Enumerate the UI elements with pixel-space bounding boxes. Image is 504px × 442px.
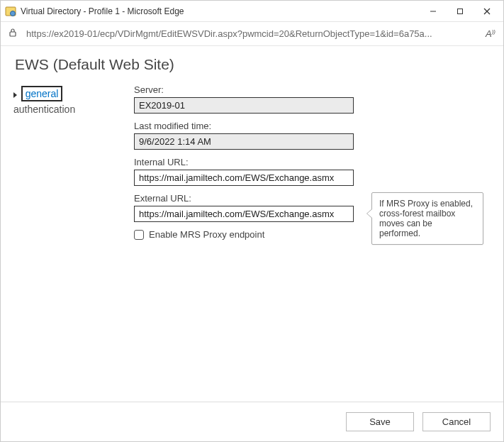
- nav-item-general-row: general: [13, 86, 134, 101]
- close-button[interactable]: [474, 1, 500, 21]
- form-area: Server: EX2019-01 Last modified time: 9/…: [134, 84, 491, 394]
- modified-label: Last modified time:: [134, 121, 483, 131]
- mrs-proxy-label: Enable MRS Proxy endpoint: [149, 229, 264, 240]
- cancel-button[interactable]: Cancel: [422, 412, 491, 431]
- mrs-proxy-checkbox[interactable]: [134, 230, 144, 240]
- internal-url-input[interactable]: [134, 170, 354, 186]
- svg-point-1: [11, 11, 16, 16]
- field-server: Server: EX2019-01: [134, 84, 483, 114]
- window-titlebar: Virtual Directory - Profile 1 - Microsof…: [1, 1, 503, 22]
- server-value: EX2019-01: [134, 97, 354, 114]
- modified-value: 9/6/2022 1:14 AM: [134, 133, 354, 150]
- mrs-proxy-callout: If MRS Proxy is enabled, cross-forest ma…: [371, 192, 483, 245]
- nav-item-authentication[interactable]: authentication: [13, 101, 75, 117]
- page-title: EWS (Default Web Site): [15, 56, 491, 73]
- save-button[interactable]: Save: [346, 412, 414, 431]
- field-modified: Last modified time: 9/6/2022 1:14 AM: [134, 121, 483, 150]
- callout-text: If MRS Proxy is enabled, cross-forest ma…: [379, 199, 473, 238]
- sidebar-nav: general authentication: [13, 84, 134, 394]
- field-internal-url: Internal URL:: [134, 157, 483, 186]
- minimize-button[interactable]: [420, 1, 447, 21]
- window-title: Virtual Directory - Profile 1 - Microsof…: [21, 6, 420, 16]
- main-row: general authentication Server: EX2019-01…: [13, 84, 491, 394]
- internal-url-label: Internal URL:: [134, 157, 483, 167]
- external-url-input[interactable]: [134, 206, 354, 222]
- address-bar: https://ex2019-01/ecp/VDirMgmt/EditEWSVD…: [1, 22, 503, 46]
- dialog-footer: Save Cancel: [1, 402, 503, 441]
- server-label: Server:: [134, 84, 483, 95]
- maximize-button[interactable]: [447, 1, 474, 21]
- caret-right-icon: [13, 92, 17, 98]
- read-aloud-icon[interactable]: A)): [483, 28, 498, 39]
- page-content: EWS (Default Web Site) general authentic…: [1, 46, 503, 402]
- app-icon: [5, 6, 16, 17]
- address-url[interactable]: https://ex2019-01/ecp/VDirMgmt/EditEWSVD…: [26, 28, 476, 39]
- nav-item-general[interactable]: general: [21, 86, 63, 101]
- site-info-icon[interactable]: [6, 28, 19, 40]
- svg-rect-6: [10, 32, 16, 36]
- svg-rect-3: [458, 9, 463, 13]
- window-controls: [420, 1, 500, 21]
